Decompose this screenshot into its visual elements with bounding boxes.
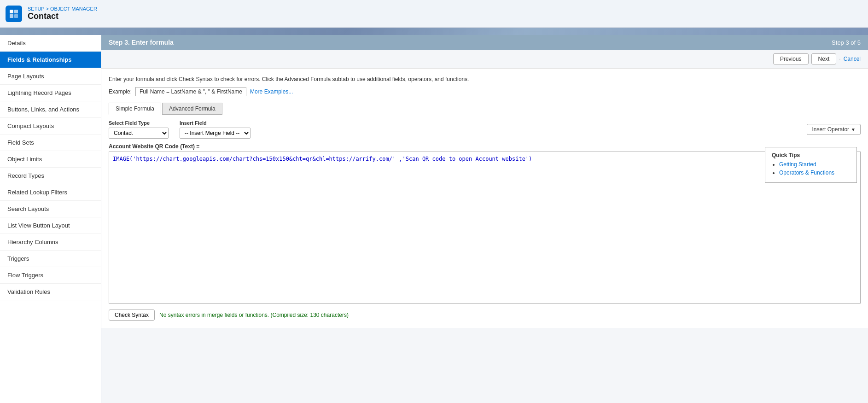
bottom-bar: Check Syntax No syntax errors in merge f… (109, 310, 861, 321)
svg-rect-0 (10, 10, 13, 13)
select-row: Select Field Type Contact Insert Field -… (109, 120, 861, 139)
breadcrumb-object-manager[interactable]: OBJECT MANAGER (50, 6, 97, 12)
content-area: Enter your formula and click Check Synta… (101, 69, 868, 328)
quick-tips-panel: Quick Tips Getting Started Operators & F… (765, 147, 857, 183)
step-indicator: Step 3 of 5 (832, 39, 861, 46)
quick-tips-link-operators[interactable]: Operators & Functions (779, 169, 834, 176)
breadcrumb-separator: > (46, 6, 50, 12)
insert-operator-label: Insert Operator (812, 126, 849, 133)
sidebar-item-fields-relationships[interactable]: Fields & Relationships (0, 52, 101, 68)
insert-operator-button[interactable]: Insert Operator ▼ (807, 124, 861, 135)
step-header: Step 3. Enter formula Step 3 of 5 (101, 35, 868, 50)
previous-button[interactable]: Previous (773, 53, 809, 64)
app-logo[interactable] (6, 6, 22, 22)
sidebar-item-hierarchy-columns[interactable]: Hierarchy Columns (0, 234, 101, 251)
quick-tips-item-1: Getting Started (779, 161, 850, 168)
sidebar-item-buttons-links-actions[interactable]: Buttons, Links, and Actions (0, 101, 101, 118)
decorative-band (0, 28, 868, 35)
quick-tips-list: Getting Started Operators & Functions (772, 161, 850, 176)
sidebar-item-object-limits[interactable]: Object Limits (0, 151, 101, 168)
field-type-select[interactable]: Contact (109, 128, 169, 139)
sidebar-item-page-layouts[interactable]: Page Layouts (0, 68, 101, 85)
instructions-text: Enter your formula and click Check Synta… (109, 76, 861, 82)
sidebar-item-related-lookup-filters[interactable]: Related Lookup Filters (0, 184, 101, 201)
svg-rect-3 (14, 14, 18, 18)
quick-tips-item-2: Operators & Functions (779, 169, 850, 176)
field-type-label: Select Field Type (109, 120, 169, 126)
page-header: SETUP > OBJECT MANAGER Contact (0, 0, 868, 28)
tab-advanced-formula[interactable]: Advanced Formula (162, 103, 222, 115)
cancel-button[interactable]: Cancel (844, 56, 861, 62)
sidebar-item-validation-rules[interactable]: Validation Rules (0, 284, 101, 300)
sidebar-item-field-sets[interactable]: Field Sets (0, 134, 101, 151)
sidebar: DetailsFields & RelationshipsPage Layout… (0, 35, 101, 403)
example-value: Full Name = LastName & ", " & FirstName (135, 87, 246, 96)
formula-textarea[interactable] (109, 152, 861, 304)
sidebar-item-lightning-record-pages[interactable]: Lightning Record Pages (0, 85, 101, 101)
sidebar-item-flow-triggers[interactable]: Flow Triggers (0, 267, 101, 284)
sidebar-item-triggers[interactable]: Triggers (0, 251, 101, 267)
header-text-group: SETUP > OBJECT MANAGER Contact (28, 6, 97, 21)
quick-tips-title: Quick Tips (772, 152, 850, 158)
main-content: Step 3. Enter formula Step 3 of 5 Previo… (101, 35, 868, 403)
main-layout: DetailsFields & RelationshipsPage Layout… (0, 35, 868, 403)
next-button[interactable]: Next (811, 53, 837, 64)
content-wrapper: Enter your formula and click Check Synta… (101, 69, 868, 328)
formula-field-label: Account Website QR Code (Text) = (109, 143, 861, 150)
svg-rect-1 (14, 10, 18, 13)
more-examples-link[interactable]: More Examples... (250, 88, 293, 95)
field-type-group: Select Field Type Contact (109, 120, 169, 139)
svg-rect-2 (10, 14, 13, 18)
syntax-status: No syntax errors in merge fields or func… (159, 312, 349, 318)
actions-bar: Previous Next · Cancel (101, 50, 868, 69)
page-title: Contact (28, 12, 97, 21)
breadcrumb: SETUP > OBJECT MANAGER (28, 6, 97, 12)
sidebar-item-details[interactable]: Details (0, 35, 101, 52)
dropdown-arrow-icon: ▼ (851, 127, 856, 132)
sidebar-item-record-types[interactable]: Record Types (0, 168, 101, 184)
tab-simple-formula[interactable]: Simple Formula (109, 103, 161, 115)
sidebar-item-compact-layouts[interactable]: Compact Layouts (0, 118, 101, 134)
formula-tabs: Simple Formula Advanced Formula (109, 103, 861, 115)
sidebar-item-list-view-button-layout[interactable]: List View Button Layout (0, 217, 101, 234)
quick-tips-link-getting-started[interactable]: Getting Started (779, 161, 816, 168)
insert-field-group: Insert Field -- Insert Merge Field -- (180, 120, 250, 139)
insert-field-label: Insert Field (180, 120, 250, 126)
sidebar-item-search-layouts[interactable]: Search Layouts (0, 201, 101, 217)
insert-field-select[interactable]: -- Insert Merge Field -- (180, 128, 250, 139)
step-title: Step 3. Enter formula (109, 39, 174, 46)
action-separator: · (839, 56, 840, 62)
check-syntax-button[interactable]: Check Syntax (109, 310, 155, 321)
example-label: Example: (109, 88, 132, 95)
example-line: Example: Full Name = LastName & ", " & F… (109, 87, 861, 96)
breadcrumb-setup[interactable]: SETUP (28, 6, 44, 12)
